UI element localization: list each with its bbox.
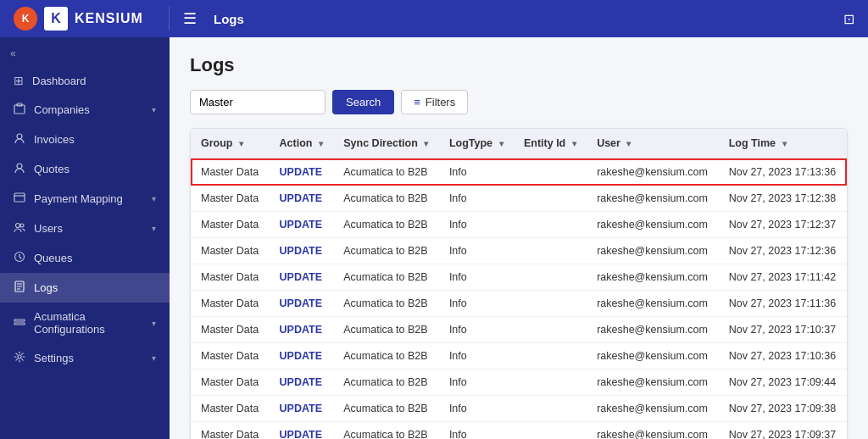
col-header-user[interactable]: User ▾ <box>587 129 719 158</box>
sidebar-item-companies[interactable]: Companies ▾ <box>0 95 170 125</box>
col-header-group[interactable]: Group ▾ <box>191 129 270 158</box>
chevron-down-icon: ▾ <box>152 319 156 328</box>
cell-log_type: Info <box>439 343 514 370</box>
table-row[interactable]: Master DataUPDATEAcumatica to B2BInforak… <box>191 370 847 396</box>
cell-sync_direction: Acumatica to B2B <box>333 238 439 264</box>
cell-entity_id <box>514 186 587 212</box>
exit-icon[interactable]: ⊡ <box>843 11 868 27</box>
top-bar: K K KENSIUM ☰ Logs ⊡ <box>0 0 868 37</box>
chevron-down-icon: ▾ <box>152 194 156 203</box>
col-header-sync-direction[interactable]: Sync Direction ▾ <box>333 129 439 158</box>
table-row[interactable]: Master DataUPDATEAcumatica to B2BInforak… <box>191 422 847 440</box>
sidebar-item-invoices[interactable]: Invoices <box>0 125 170 154</box>
sidebar-collapse-button[interactable]: « <box>0 41 170 66</box>
sidebar-item-payment-mapping[interactable]: Payment Mapping ▾ <box>0 184 170 214</box>
cell-group: Master Data <box>191 343 270 370</box>
companies-icon <box>14 103 25 117</box>
cell-log_time: Nov 27, 2023 17:11:36 <box>719 291 847 317</box>
cell-user: rakeshe@kensium.com <box>587 370 719 396</box>
search-button[interactable]: Search <box>332 90 394 114</box>
svg-rect-13 <box>14 320 25 321</box>
users-icon <box>14 221 25 236</box>
table-row[interactable]: Master DataUPDATEAcumatica to B2BInforak… <box>191 186 847 212</box>
cell-user: rakeshe@kensium.com <box>587 186 719 212</box>
hamburger-icon[interactable]: ☰ <box>183 9 197 28</box>
col-header-log-time[interactable]: Log Time ▾ <box>719 129 847 158</box>
table-row[interactable]: Master DataUPDATEAcumatica to B2BInforak… <box>191 212 847 238</box>
table-row[interactable]: Master DataUPDATEAcumatica to B2BInforak… <box>191 396 847 422</box>
cell-log_time: Nov 27, 2023 17:12:38 <box>719 186 847 212</box>
table-row[interactable]: Master DataUPDATEAcumatica to B2BInforak… <box>191 238 847 264</box>
chevron-down-icon: ▾ <box>152 353 156 363</box>
table-row[interactable]: Master DataUPDATEAcumatica to B2BInforak… <box>191 291 847 317</box>
page-title: Logs <box>190 54 848 76</box>
logs-icon <box>14 281 25 295</box>
col-header-logtype[interactable]: LogType ▾ <box>439 129 514 158</box>
cell-entity_id <box>514 343 587 370</box>
logs-table-wrapper: Group ▾ Action ▾ Sync Direction ▾ LogTyp… <box>190 128 848 439</box>
sidebar: « ⊞ Dashboard Companies ▾ Invoices Quote… <box>0 37 170 439</box>
cell-action: UPDATE <box>270 158 334 186</box>
table-row[interactable]: Master DataUPDATEAcumatica to B2BInforak… <box>191 264 847 291</box>
cell-sync_direction: Acumatica to B2B <box>333 291 439 317</box>
col-header-action[interactable]: Action ▾ <box>270 129 334 158</box>
table-body: Master DataUPDATEAcumatica to B2BInforak… <box>191 158 847 439</box>
cell-user: rakeshe@kensium.com <box>587 291 719 317</box>
cell-group: Master Data <box>191 158 270 186</box>
col-header-entity-id[interactable]: Entity Id ▾ <box>514 129 587 158</box>
svg-point-6 <box>16 224 20 228</box>
cell-user: rakeshe@kensium.com <box>587 343 719 370</box>
svg-point-7 <box>20 224 24 227</box>
cell-group: Master Data <box>191 186 270 212</box>
sort-icon: ▾ <box>239 139 243 148</box>
sidebar-item-label: Quotes <box>34 163 70 175</box>
cell-log_time: Nov 27, 2023 17:12:37 <box>719 212 847 238</box>
sidebar-item-label: Logs <box>34 281 58 294</box>
payment-mapping-icon <box>14 192 25 206</box>
sidebar-item-queues[interactable]: Queues <box>0 243 170 273</box>
cell-action: UPDATE <box>270 238 334 264</box>
cell-log_time: Nov 27, 2023 17:10:37 <box>719 317 847 343</box>
sidebar-item-quotes[interactable]: Quotes <box>0 154 170 184</box>
cell-group: Master Data <box>191 422 270 440</box>
acumatica-configurations-icon <box>14 316 25 331</box>
search-input[interactable] <box>190 90 326 114</box>
table-row[interactable]: Master DataUPDATEAcumatica to B2BInforak… <box>191 343 847 370</box>
cell-user: rakeshe@kensium.com <box>587 422 719 440</box>
sidebar-item-logs[interactable]: Logs ➜ <box>0 273 170 303</box>
svg-point-15 <box>18 355 21 358</box>
cell-sync_direction: Acumatica to B2B <box>333 343 439 370</box>
logs-table: Group ▾ Action ▾ Sync Direction ▾ LogTyp… <box>191 129 847 439</box>
cell-sync_direction: Acumatica to B2B <box>333 370 439 396</box>
cell-entity_id <box>514 158 587 186</box>
sidebar-item-label: Acumatica Configurations <box>34 310 143 336</box>
sidebar-item-label: Payment Mapping <box>34 192 123 205</box>
invoices-icon <box>14 132 25 147</box>
sort-icon: ▾ <box>626 139 631 148</box>
cell-action: UPDATE <box>270 317 334 343</box>
dashboard-icon: ⊞ <box>14 74 24 87</box>
sidebar-item-acumatica-configurations[interactable]: Acumatica Configurations ▾ <box>0 303 170 343</box>
toolbar: Search ≡ Filters <box>190 90 848 114</box>
cell-group: Master Data <box>191 291 270 317</box>
main-content: Logs Search ≡ Filters Group ▾ Action ▾ S… <box>170 37 868 439</box>
sidebar-item-dashboard[interactable]: ⊞ Dashboard <box>0 66 170 95</box>
table-row[interactable]: Master DataUPDATEAcumatica to B2BInforak… <box>191 317 847 343</box>
cell-sync_direction: Acumatica to B2B <box>333 212 439 238</box>
table-row[interactable]: Master DataUPDATEAcumatica to B2BInforak… <box>191 158 847 186</box>
filter-icon: ≡ <box>414 96 420 108</box>
filters-button[interactable]: ≡ Filters <box>401 90 468 114</box>
cell-log_type: Info <box>439 238 514 264</box>
cell-sync_direction: Acumatica to B2B <box>333 422 439 440</box>
sort-icon: ▾ <box>319 139 323 148</box>
cell-user: rakeshe@kensium.com <box>587 158 719 186</box>
cell-sync_direction: Acumatica to B2B <box>333 396 439 422</box>
cell-action: UPDATE <box>270 264 334 291</box>
cell-group: Master Data <box>191 370 270 396</box>
cell-action: UPDATE <box>270 343 334 370</box>
cell-group: Master Data <box>191 396 270 422</box>
cell-entity_id <box>514 370 587 396</box>
cell-log_time: Nov 27, 2023 17:10:36 <box>719 343 847 370</box>
sidebar-item-users[interactable]: Users ▾ <box>0 214 170 243</box>
sidebar-item-settings[interactable]: Settings ▾ <box>0 343 170 373</box>
